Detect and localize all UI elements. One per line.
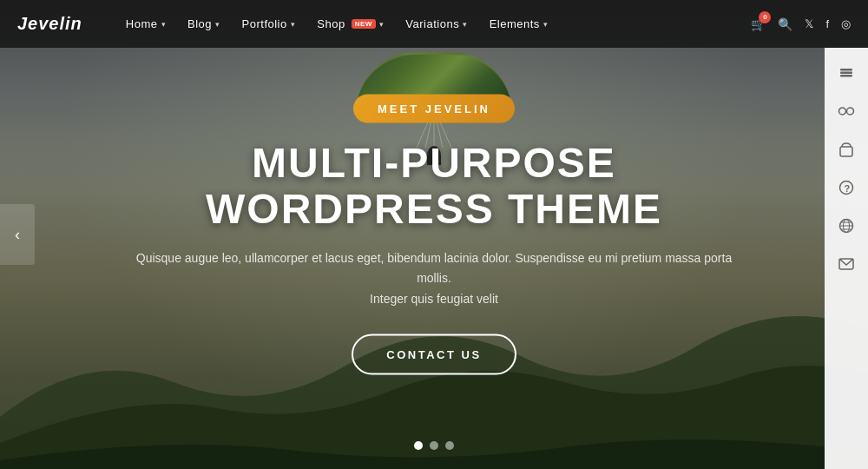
nav-links: Home ▾ Blog ▾ Portfolio ▾ Shop NEW ▾ Var…	[117, 12, 752, 36]
nav-icon-group: 🛒 0 🔍 𝕏 f ◎	[751, 17, 851, 32]
instagram-icon[interactable]: ◎	[841, 17, 851, 30]
svg-text:?: ?	[845, 183, 851, 194]
slider-dots	[414, 441, 454, 450]
nav-dropdown-arrow: ▾	[463, 20, 468, 29]
svg-rect-6	[840, 72, 852, 75]
nav-item-blog[interactable]: Blog ▾	[179, 12, 229, 36]
svg-rect-5	[840, 69, 852, 71]
slider-dot-1[interactable]	[414, 441, 423, 450]
sidebar-help-icon[interactable]: ?	[830, 171, 863, 204]
tagline-badge: MEET JEVELIN	[353, 95, 515, 123]
svg-rect-13	[840, 147, 852, 156]
right-sidebar: ?	[825, 48, 868, 469]
hero-title: MULTI-PURPOSE WORDPRESS THEME	[130, 141, 738, 233]
sidebar-glasses-icon[interactable]	[830, 95, 863, 128]
sidebar-layers-icon[interactable]	[830, 56, 863, 89]
nav-dropdown-arrow: ▾	[291, 20, 296, 29]
nav-dropdown-arrow: ▾	[543, 20, 549, 29]
nav-item-elements[interactable]: Elements ▾	[481, 12, 557, 36]
svg-point-9	[847, 108, 854, 115]
search-icon[interactable]: 🔍	[778, 17, 792, 31]
slider-dot-3[interactable]	[445, 441, 454, 450]
nav-item-portfolio[interactable]: Portfolio ▾	[233, 12, 305, 36]
nav-item-variations[interactable]: Variations ▾	[397, 12, 476, 36]
nav-item-shop[interactable]: Shop NEW ▾	[308, 12, 392, 36]
nav-dropdown-arrow: ▾	[215, 20, 220, 29]
twitter-icon[interactable]: 𝕏	[805, 17, 813, 30]
sidebar-globe-icon[interactable]	[830, 209, 863, 242]
hero-section: Jevelin Home ▾ Blog ▾ Portfolio ▾ Shop N…	[0, 0, 868, 469]
hero-content: MEET JEVELIN MULTI-PURPOSE WORDPRESS THE…	[130, 95, 738, 375]
sidebar-bag-icon[interactable]	[830, 133, 863, 166]
nav-dropdown-arrow: ▾	[161, 20, 167, 29]
navbar: Jevelin Home ▾ Blog ▾ Portfolio ▾ Shop N…	[0, 0, 868, 48]
shop-new-badge: NEW	[352, 19, 376, 29]
site-logo[interactable]: Jevelin	[17, 14, 82, 34]
sidebar-mail-icon[interactable]	[830, 248, 863, 281]
cart-button[interactable]: 🛒 0	[751, 17, 766, 32]
svg-rect-7	[840, 75, 852, 77]
slider-dot-2[interactable]	[430, 441, 438, 450]
cart-count-badge: 0	[759, 11, 771, 23]
svg-point-8	[839, 108, 846, 115]
contact-us-button[interactable]: CONTACT US	[352, 334, 516, 374]
hero-description: Quisque augue leo, ullamcorper et lacus …	[130, 248, 738, 309]
nav-item-home[interactable]: Home ▾	[117, 12, 174, 36]
slider-prev-button[interactable]: ‹	[0, 204, 35, 265]
facebook-icon[interactable]: f	[825, 17, 829, 30]
nav-dropdown-arrow: ▾	[379, 20, 385, 29]
